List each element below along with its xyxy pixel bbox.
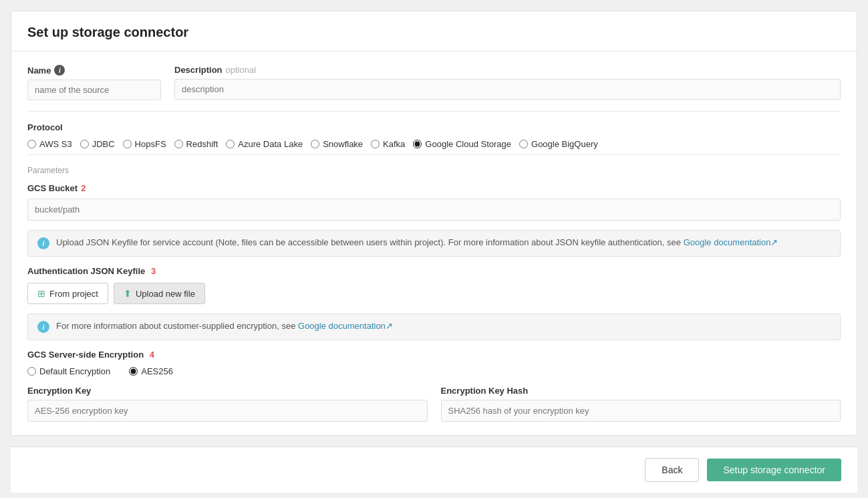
protocol-label: Protocol — [27, 122, 841, 132]
protocol-radio-hopsfs[interactable] — [123, 140, 132, 148]
encryption-info-text: For more information about customer-supp… — [56, 321, 393, 331]
description-label: Description optional — [174, 65, 841, 75]
card-body: Name i Description optional Protocol — [11, 51, 857, 435]
protocol-radio-label-snowflake[interactable]: Snowflake — [323, 139, 363, 149]
protocol-option-hopsfs[interactable]: HopsFS — [123, 139, 166, 149]
encryption-info-banner: i For more information about customer-su… — [27, 314, 841, 340]
card-header: Set up storage connector — [11, 11, 857, 51]
protocol-radio-gcs[interactable] — [413, 140, 422, 148]
keyfile-google-doc-link[interactable]: Google documentation↗ — [684, 237, 778, 247]
encryption-info-icon: i — [37, 321, 49, 333]
protocol-radio-label-bigquery[interactable]: Google BigQuery — [531, 139, 598, 149]
protocol-radio-label-hopsfs[interactable]: HopsFS — [135, 139, 166, 149]
footer-bar: Back Setup storage connector — [11, 447, 857, 493]
encryption-key-hash-label: Encryption Key Hash — [441, 386, 841, 396]
encryption-option-aes256[interactable]: AES256 — [129, 366, 173, 376]
name-label: Name i — [27, 65, 161, 76]
parameters-label: Parameters — [27, 166, 841, 175]
protocol-option-bigquery[interactable]: Google BigQuery — [519, 139, 598, 149]
name-description-row: Name i Description optional — [27, 65, 841, 100]
description-group: Description optional — [174, 65, 841, 100]
protocol-radio-redshift[interactable] — [174, 140, 183, 148]
protocol-section: Protocol AWS S3 JDBC HopsFS — [27, 122, 841, 149]
protocol-option-gcs[interactable]: Google Cloud Storage — [413, 139, 511, 149]
encryption-key-hash-group: Encryption Key Hash — [441, 386, 841, 422]
protocol-radio-label-jdbc[interactable]: JDBC — [92, 139, 115, 149]
protocol-option-snowflake[interactable]: Snowflake — [311, 139, 363, 149]
protocol-radio-jdbc[interactable] — [80, 140, 89, 148]
description-input[interactable] — [174, 79, 841, 100]
encryption-radio-aes256[interactable] — [129, 367, 138, 376]
protocol-row: AWS S3 JDBC HopsFS Redshift — [27, 139, 841, 149]
upload-icon: ⬆ — [124, 288, 132, 299]
main-card: Set up storage connector Name i Descript… — [11, 11, 857, 436]
encryption-inputs-row: Encryption Key Encryption Key Hash — [27, 386, 841, 422]
page-title: Set up storage connector — [27, 25, 841, 40]
encryption-title: GCS Server-side Encryption 4 — [27, 350, 841, 360]
encryption-key-hash-input[interactable] — [441, 400, 841, 422]
encryption-option-default[interactable]: Default Encryption — [27, 366, 110, 376]
name-group: Name i — [27, 65, 161, 100]
gcs-bucket-input[interactable] — [27, 199, 841, 221]
protocol-option-redshift[interactable]: Redshift — [174, 139, 219, 149]
keyfile-info-icon: i — [37, 237, 49, 249]
divider-2 — [27, 154, 841, 155]
folder-icon: ⊞ — [37, 288, 45, 299]
protocol-radio-kafka[interactable] — [371, 140, 380, 148]
protocol-radio-bigquery[interactable] — [519, 140, 528, 148]
encryption-radio-row: Default Encryption AES256 — [27, 366, 841, 376]
auth-keyfile-label: Authentication JSON Keyfile 3 — [27, 266, 841, 276]
encryption-key-group: Encryption Key — [27, 386, 428, 422]
encryption-radio-label-aes256[interactable]: AES256 — [141, 366, 173, 376]
keyfile-info-text: Upload JSON Keyfile for service account … — [56, 237, 778, 247]
encryption-section: GCS Server-side Encryption 4 Default Enc… — [27, 350, 841, 422]
protocol-radio-label-azure-data-lake[interactable]: Azure Data Lake — [238, 139, 303, 149]
encryption-key-input[interactable] — [27, 400, 428, 422]
protocol-radio-aws-s3[interactable] — [27, 140, 36, 148]
encryption-google-doc-link[interactable]: Google documentation↗ — [298, 321, 393, 331]
encryption-radio-label-default[interactable]: Default Encryption — [39, 366, 110, 376]
protocol-radio-label-redshift[interactable]: Redshift — [186, 139, 219, 149]
upload-new-button[interactable]: ⬆ Upload new file — [114, 283, 205, 304]
protocol-radio-label-aws-s3[interactable]: AWS S3 — [39, 139, 72, 149]
protocol-option-kafka[interactable]: Kafka — [371, 139, 405, 149]
protocol-option-jdbc[interactable]: JDBC — [80, 139, 115, 149]
protocol-option-azure-data-lake[interactable]: Azure Data Lake — [226, 139, 303, 149]
keyfile-info-banner: i Upload JSON Keyfile for service accoun… — [27, 230, 841, 257]
page-wrapper: Set up storage connector Name i Descript… — [0, 0, 868, 498]
encryption-radio-default[interactable] — [27, 367, 36, 376]
encryption-key-label: Encryption Key — [27, 386, 428, 396]
keyfile-button-group: ⊞ From project ⬆ Upload new file — [27, 283, 841, 304]
name-info-icon[interactable]: i — [54, 65, 65, 76]
setup-storage-connector-button[interactable]: Setup storage connector — [707, 459, 841, 481]
gcs-bucket-label: GCS Bucket 2 — [27, 183, 841, 193]
protocol-radio-label-gcs[interactable]: Google Cloud Storage — [425, 139, 511, 149]
divider-1 — [27, 111, 841, 112]
back-button[interactable]: Back — [645, 458, 699, 482]
protocol-option-aws-s3[interactable]: AWS S3 — [27, 139, 72, 149]
name-input[interactable] — [27, 80, 161, 100]
protocol-radio-snowflake[interactable] — [311, 140, 319, 148]
from-project-button[interactable]: ⊞ From project — [27, 283, 108, 304]
parameters-section: Parameters GCS Bucket 2 i Upload JSON Ke… — [27, 166, 841, 422]
protocol-radio-label-kafka[interactable]: Kafka — [383, 139, 405, 149]
protocol-radio-azure-data-lake[interactable] — [226, 140, 235, 148]
